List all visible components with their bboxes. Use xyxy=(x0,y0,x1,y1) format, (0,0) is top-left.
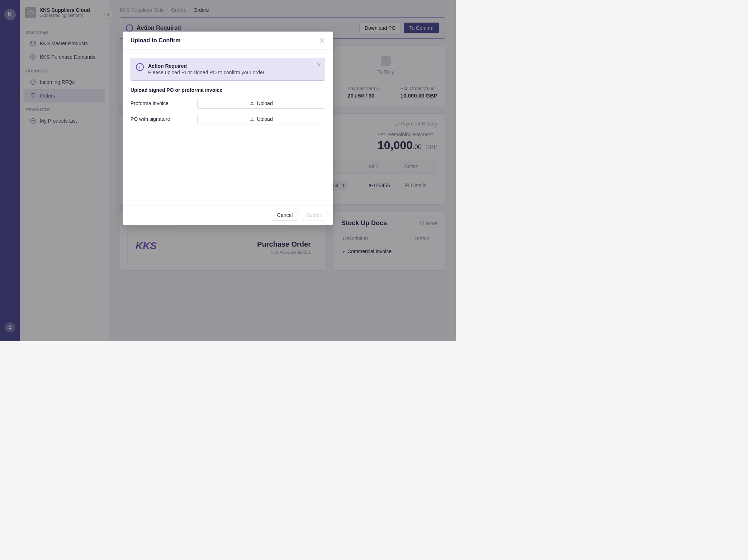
modal-title: Upload to Confirm xyxy=(131,37,181,44)
close-icon[interactable] xyxy=(319,37,325,44)
modal-overlay[interactable]: Upload to Confirm i Action Required Plea… xyxy=(0,0,456,341)
info-icon: i xyxy=(136,63,144,71)
upload-po-signature-button[interactable]: Upload xyxy=(197,114,325,124)
cancel-button[interactable]: Cancel xyxy=(272,210,298,220)
submit-button[interactable]: Submit xyxy=(301,210,327,220)
modal-alert-message: Please upload PI or signed PO to confirm… xyxy=(148,70,266,75)
upload-proforma-button[interactable]: Upload xyxy=(197,98,325,109)
proforma-invoice-label: Proforma Invoice xyxy=(131,100,197,106)
dismiss-alert-icon[interactable] xyxy=(317,62,321,68)
upload-confirm-modal: Upload to Confirm i Action Required Plea… xyxy=(123,32,333,225)
modal-alert-title: Action Required xyxy=(148,63,266,69)
po-signature-label: PO with signature xyxy=(131,116,197,122)
upload-icon xyxy=(250,101,255,106)
upload-section-label: Upload signed PO or proforma invoice xyxy=(131,87,325,93)
modal-alert: i Action Required Please upload PI or si… xyxy=(131,58,325,81)
upload-icon xyxy=(250,117,255,122)
